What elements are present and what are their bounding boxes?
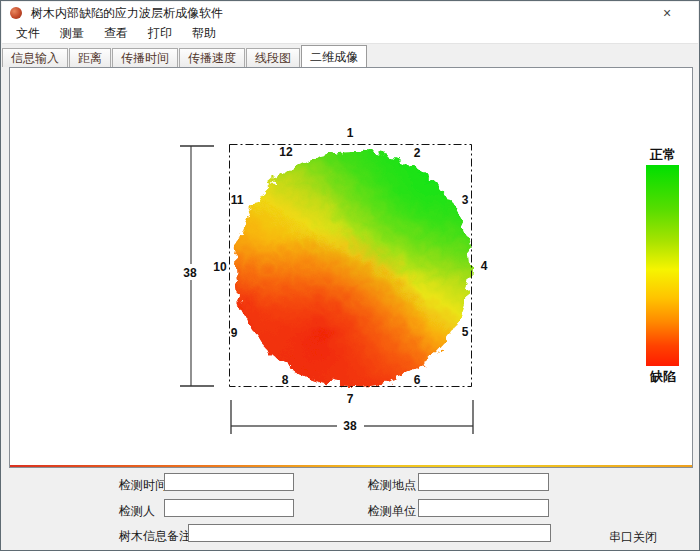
sensor-label: 1 [347, 126, 354, 140]
menu-bar: 文件 测量 查看 打印 帮助 [2, 24, 698, 44]
legend-defect-label: 缺陷 [640, 368, 686, 386]
width-dimension-label: 38 [343, 419, 357, 433]
inspector-input[interactable] [164, 499, 294, 517]
sensor-label: 12 [279, 145, 293, 159]
sensor-label: 4 [481, 259, 488, 273]
menu-item-print[interactable]: 打印 [140, 23, 180, 44]
sensor-label: 11 [231, 193, 244, 207]
sensor-label: 8 [282, 373, 289, 387]
tree-remarks-input[interactable] [188, 524, 551, 542]
tab-info-input[interactable]: 信息输入 [2, 48, 68, 67]
sensor-label: 3 [462, 193, 469, 207]
app-icon [10, 7, 22, 19]
tab-2d-imaging[interactable]: 二维成像 [301, 45, 367, 67]
tab-propagation-time[interactable]: 传播时间 [112, 48, 178, 67]
menu-item-measure[interactable]: 测量 [52, 23, 92, 44]
detection-time-input[interactable] [164, 473, 294, 491]
menu-item-help[interactable]: 帮助 [184, 23, 224, 44]
detection-place-label: 检测地点 [368, 477, 416, 494]
tab-line-graph[interactable]: 线段图 [246, 48, 300, 67]
menu-item-view[interactable]: 查看 [96, 23, 136, 44]
inspector-label: 检测人 [119, 503, 155, 520]
legend-color-bar [646, 165, 679, 366]
sensor-label: 5 [462, 325, 469, 339]
menu-item-file[interactable]: 文件 [8, 23, 48, 44]
detection-unit-input[interactable] [418, 499, 549, 517]
title-bar: 树木内部缺陷的应力波层析成像软件 × [2, 2, 698, 24]
tab-propagation-speed[interactable]: 传播速度 [179, 48, 245, 67]
sensor-label: 10 [213, 260, 227, 274]
detection-unit-label: 检测单位 [368, 503, 416, 520]
tree-remarks-label: 树木信息备注 [119, 528, 191, 545]
tab-strip: 信息输入 距离 传播时间 传播速度 线段图 二维成像 [2, 45, 698, 67]
tomography-scene: 38 38 1 2 3 4 5 6 7 8 9 10 11 [10, 68, 692, 465]
sensor-label: 6 [414, 373, 421, 387]
imaging-panel: 38 38 1 2 3 4 5 6 7 8 9 10 11 [9, 67, 693, 468]
detection-place-input[interactable] [418, 473, 549, 491]
app-window: 树木内部缺陷的应力波层析成像软件 × 文件 测量 查看 打印 帮助 信息输入 距… [0, 0, 700, 551]
sensor-label: 9 [231, 326, 238, 340]
tab-distance[interactable]: 距离 [69, 48, 111, 67]
height-dimension-label: 38 [183, 266, 197, 280]
detection-time-label: 检测时间 [119, 477, 167, 494]
sensor-label: 2 [414, 146, 421, 160]
serial-port-status: 串口关闭 [609, 529, 657, 546]
tomogram-heatmap [232, 147, 468, 383]
panel-bottom-gradient [10, 465, 692, 467]
sensor-label: 7 [347, 392, 354, 406]
window-title: 树木内部缺陷的应力波层析成像软件 [31, 5, 223, 22]
legend-normal-label: 正常 [640, 146, 686, 164]
close-icon[interactable]: × [654, 3, 680, 23]
